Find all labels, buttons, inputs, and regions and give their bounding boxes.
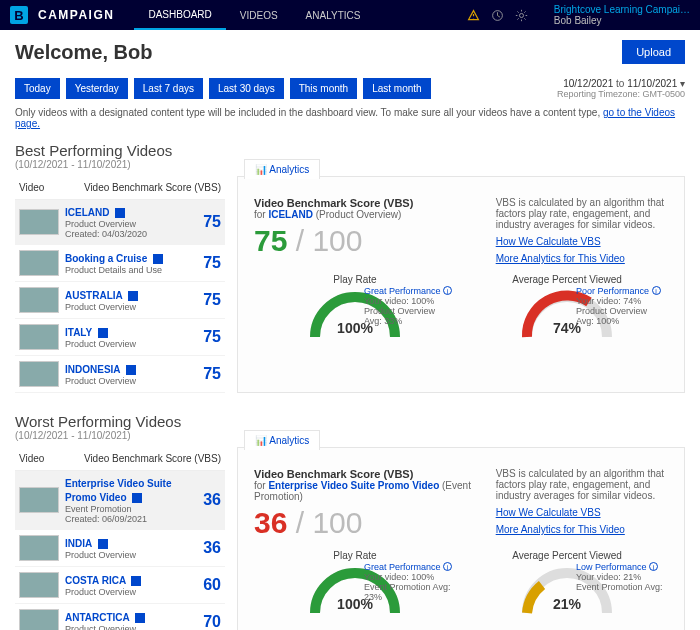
thumbnail <box>19 209 59 235</box>
video-type: Product Overview <box>65 302 185 312</box>
page-title: Welcome, Bob <box>15 41 152 64</box>
list-item[interactable]: ICELAND Product OverviewCreated: 04/03/2… <box>15 200 225 245</box>
video-name: COSTA RICA <box>65 575 126 586</box>
thumbnail <box>19 250 59 276</box>
best-section: Best Performing Videos (10/12/2021 - 11/… <box>0 137 700 408</box>
worst-range: (10/12/2021 - 11/10/2021) <box>15 430 685 441</box>
worst-analytics: 📊 Analytics Video Benchmark Score (VBS) … <box>237 447 685 630</box>
vbs-score: 36 <box>254 506 287 539</box>
video-type: Product Overview <box>65 550 185 560</box>
best-range: (10/12/2021 - 11/10/2021) <box>15 159 685 170</box>
tab-analytics[interactable]: ANALYTICS <box>292 0 375 30</box>
thumbnail <box>19 487 59 513</box>
tag-icon <box>126 365 136 375</box>
chip-thismonth[interactable]: This month <box>290 78 357 99</box>
video-name: ITALY <box>65 327 92 338</box>
analytics-tab[interactable]: 📊 Analytics <box>244 430 320 450</box>
tab-videos[interactable]: VIDEOS <box>226 0 292 30</box>
video-score: 70 <box>191 613 221 630</box>
chip-last7[interactable]: Last 7 days <box>134 78 203 99</box>
timezone: Reporting Timezone: GMT-0500 <box>557 89 685 99</box>
video-score: 75 <box>191 365 221 383</box>
tag-icon <box>153 254 163 264</box>
tag-icon <box>132 493 142 503</box>
account-menu[interactable]: Brightcove Learning Campai… Bob Bailey <box>554 4 690 26</box>
more-analytics-link[interactable]: More Analytics for This Video <box>496 524 668 535</box>
thumbnail <box>19 572 59 598</box>
playrate-gauge: Play Rate 100% Great Performance iYour v… <box>254 550 456 618</box>
upload-button[interactable]: Upload <box>622 40 685 64</box>
worst-list: VideoVideo Benchmark Score (VBS) Enterpr… <box>15 447 225 630</box>
analytics-tab[interactable]: 📊 Analytics <box>244 159 320 179</box>
video-name: INDIA <box>65 538 92 549</box>
video-type: Event Promotion <box>65 504 185 514</box>
video-score: 36 <box>191 491 221 509</box>
playrate-gauge: Play Rate 100% Great Performance iYour v… <box>254 274 456 342</box>
gear-icon[interactable] <box>515 8 529 22</box>
video-created: Created: 06/09/2021 <box>65 514 185 524</box>
list-item[interactable]: Booking a Cruise Product Details and Use… <box>15 245 225 282</box>
avgviewed-gauge: Average Percent Viewed 74% Poor Performa… <box>466 274 668 342</box>
video-name: ICELAND <box>65 207 109 218</box>
svg-point-1 <box>520 13 524 17</box>
top-nav: DASHBOARD VIDEOS ANALYTICS <box>134 0 374 30</box>
vbs-heading: Video Benchmark Score (VBS) <box>254 468 482 480</box>
video-type: Product Overview <box>65 376 185 386</box>
video-score: 75 <box>191 213 221 231</box>
video-score: 60 <box>191 576 221 594</box>
range-bar: Today Yesterday Last 7 days Last 30 days… <box>0 74 700 99</box>
video-score: 36 <box>191 539 221 557</box>
chip-lastmonth[interactable]: Last month <box>363 78 430 99</box>
list-item[interactable]: INDIA Product Overview36 <box>15 530 225 567</box>
how-calc-link[interactable]: How We Calculate VBS <box>496 236 668 247</box>
top-icons: Brightcove Learning Campai… Bob Bailey <box>467 4 690 26</box>
video-name: Enterprise Video Suite Promo Video <box>65 478 172 503</box>
tag-icon <box>98 328 108 338</box>
list-item[interactable]: AUSTRALIA Product Overview75 <box>15 282 225 319</box>
video-score: 75 <box>191 291 221 309</box>
video-score: 75 <box>191 328 221 346</box>
list-item[interactable]: COSTA RICA Product Overview60 <box>15 567 225 604</box>
chip-last30[interactable]: Last 30 days <box>209 78 284 99</box>
topbar: B CAMPAIGN DASHBOARD VIDEOS ANALYTICS Br… <box>0 0 700 30</box>
how-calc-link[interactable]: How We Calculate VBS <box>496 507 668 518</box>
vbs-heading: Video Benchmark Score (VBS) <box>254 197 482 209</box>
app-name: CAMPAIGN <box>38 8 114 22</box>
thumbnail <box>19 324 59 350</box>
more-analytics-link[interactable]: More Analytics for This Video <box>496 253 668 264</box>
tag-icon <box>128 291 138 301</box>
alert-icon[interactable] <box>467 8 481 22</box>
chip-yesterday[interactable]: Yesterday <box>66 78 128 99</box>
video-type: Product Overview <box>65 339 185 349</box>
video-score: 75 <box>191 254 221 272</box>
avgviewed-gauge: Average Percent Viewed 21% Low Performan… <box>466 550 668 618</box>
worst-section: Worst Performing Videos (10/12/2021 - 11… <box>0 408 700 630</box>
best-list: VideoVideo Benchmark Score (VBS) ICELAND… <box>15 176 225 393</box>
video-type: Product Details and Use <box>65 265 185 275</box>
video-name: ANTARCTICA <box>65 612 130 623</box>
tag-icon <box>135 613 145 623</box>
thumbnail <box>19 287 59 313</box>
tab-dashboard[interactable]: DASHBOARD <box>134 0 225 30</box>
list-item[interactable]: Enterprise Video Suite Promo Video Event… <box>15 471 225 530</box>
list-item[interactable]: INDONESIA Product Overview75 <box>15 356 225 393</box>
user-name: Bob Bailey <box>554 15 690 26</box>
range-chips: Today Yesterday Last 7 days Last 30 days… <box>15 78 431 99</box>
info-note: Only videos with a designated content ty… <box>0 99 700 137</box>
tag-icon <box>131 576 141 586</box>
list-item[interactable]: ITALY Product Overview75 <box>15 319 225 356</box>
clock-icon[interactable] <box>491 8 505 22</box>
tag-icon <box>98 539 108 549</box>
worst-title: Worst Performing Videos <box>15 413 685 430</box>
thumbnail <box>19 361 59 387</box>
date-range[interactable]: 10/12/2021 to 11/10/2021 ▾ Reporting Tim… <box>557 78 685 99</box>
thumbnail <box>19 535 59 561</box>
video-type: Product Overview <box>65 219 185 229</box>
brand-icon: B <box>10 6 28 24</box>
tag-icon <box>115 208 125 218</box>
chip-today[interactable]: Today <box>15 78 60 99</box>
video-name: AUSTRALIA <box>65 290 123 301</box>
best-title: Best Performing Videos <box>15 142 685 159</box>
list-item[interactable]: ANTARCTICA Product Overview70 <box>15 604 225 630</box>
video-type: Product Overview <box>65 624 185 630</box>
